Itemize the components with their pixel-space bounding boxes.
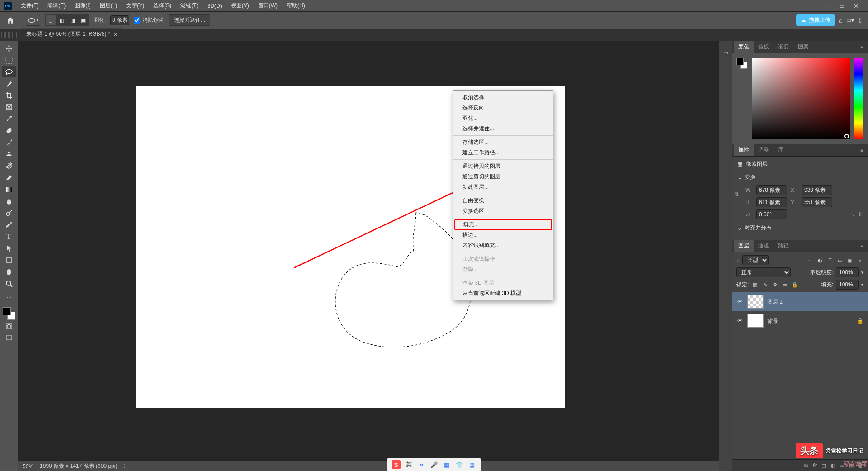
sogou-ime-icon[interactable]: S <box>392 460 401 469</box>
flip-vertical-icon[interactable]: ⥯ <box>858 211 863 218</box>
gradient-tool[interactable] <box>2 184 16 195</box>
transform-section-header[interactable]: ⌄变换 <box>737 171 863 183</box>
ctx-make-workpath[interactable]: 建立工作路径... <box>453 147 553 158</box>
workspace-switcher-icon[interactable]: ▭▾ <box>846 17 854 24</box>
zoom-level[interactable]: 50% <box>23 463 33 470</box>
layer-lock-icon[interactable]: 🔒 <box>857 318 863 324</box>
layer-mask-icon[interactable]: ◻ <box>821 462 826 469</box>
height-input[interactable] <box>756 197 787 207</box>
move-tool[interactable] <box>2 43 16 54</box>
panel-menu-button[interactable]: ≡ <box>858 243 866 249</box>
dodge-tool[interactable] <box>2 207 16 219</box>
panel-menu-button[interactable]: ≡ <box>858 147 866 153</box>
ctx-select-and-mask[interactable]: 选择并遮住... <box>453 124 553 134</box>
ctx-stroke[interactable]: 描边... <box>453 230 553 240</box>
panel-menu-button[interactable]: ≡ <box>858 44 866 50</box>
clone-stamp-tool[interactable] <box>2 148 16 160</box>
hue-slider[interactable] <box>854 58 863 139</box>
tool-preset-picker[interactable]: ▾ <box>26 15 40 26</box>
window-restore-button[interactable]: ▭ <box>837 2 846 10</box>
quick-mask-button[interactable] <box>2 320 16 332</box>
window-close-button[interactable]: ✕ <box>852 2 861 10</box>
history-panel-icon[interactable]: ▭ <box>723 50 728 56</box>
collapsed-panel-strip[interactable]: ▭ <box>719 41 732 471</box>
angle-input[interactable] <box>756 209 787 219</box>
layer-thumbnail[interactable] <box>747 314 764 328</box>
tab-patterns[interactable]: 图案 <box>793 41 813 53</box>
ctx-new-3d-from-selection[interactable]: 从当前选区新建 3D 模型 <box>453 288 553 299</box>
menu-help[interactable]: 帮助(H) <box>282 2 310 10</box>
menu-layer[interactable]: 图层(L) <box>95 2 122 10</box>
document-info[interactable]: 1890 像素 x 1417 像素 (300 ppi) <box>40 462 117 470</box>
eraser-tool[interactable] <box>2 172 16 183</box>
filter-type-icon[interactable]: T <box>826 257 834 264</box>
pen-tool[interactable] <box>2 219 16 230</box>
blend-mode-select[interactable]: 正常 <box>736 267 791 277</box>
menu-filter[interactable]: 滤镜(T) <box>176 2 203 10</box>
canvas-area[interactable]: 取消选择 选择反向 羽化... 选择并遮住... 存储选区... 建立工作路径.… <box>18 41 719 471</box>
crop-tool[interactable] <box>2 90 16 101</box>
tab-gradients[interactable]: 渐变 <box>774 41 793 53</box>
layer-row[interactable]: 👁 图层 1 <box>732 292 868 311</box>
ime-punct-icon[interactable]: •• <box>417 460 426 469</box>
layer-name[interactable]: 图层 1 <box>767 298 783 306</box>
cloud-upload-button[interactable]: ☁ 拖拽上传 <box>796 14 835 26</box>
brush-tool[interactable] <box>2 137 16 148</box>
layer-filter-select[interactable]: 类型 <box>742 255 769 265</box>
tab-properties[interactable]: 属性 <box>734 144 754 156</box>
menu-select[interactable]: 选择(S) <box>149 2 176 10</box>
ctx-feather[interactable]: 羽化... <box>453 113 553 124</box>
ime-voice-icon[interactable]: 🎤 <box>429 460 439 469</box>
layer-visibility-icon[interactable]: 👁 <box>736 299 744 305</box>
menu-view[interactable]: 视图(V) <box>226 2 254 10</box>
tab-swatches[interactable]: 色板 <box>754 41 774 53</box>
selection-add-button[interactable]: ◧ <box>57 15 66 25</box>
selection-intersect-button[interactable]: ▣ <box>78 15 88 25</box>
magic-wand-tool[interactable] <box>2 78 16 89</box>
adjustment-layer-icon[interactable]: ◐ <box>830 462 835 469</box>
foreground-color-swatch[interactable] <box>3 307 11 315</box>
ime-toolbox-icon[interactable]: ▦ <box>467 460 476 469</box>
eyedropper-tool[interactable] <box>2 113 16 124</box>
y-input[interactable] <box>802 197 832 207</box>
zoom-tool[interactable] <box>2 278 16 289</box>
tab-libraries[interactable]: 库 <box>774 144 788 156</box>
tab-layers[interactable]: 图层 <box>734 240 754 252</box>
ctx-free-transform[interactable]: 自由变换 <box>453 195 553 206</box>
filter-icon[interactable]: ⌕ <box>736 257 740 263</box>
antialias-checkbox-group[interactable]: 消除锯齿 <box>134 16 164 24</box>
hand-tool[interactable] <box>2 266 16 277</box>
ctx-fill[interactable]: 填充... <box>454 219 552 230</box>
filter-toggle-icon[interactable]: ● <box>856 257 863 264</box>
lock-all-icon[interactable]: 🔒 <box>791 281 798 288</box>
color-field[interactable] <box>752 58 850 139</box>
lock-transparency-icon[interactable]: ▩ <box>751 281 759 288</box>
frame-tool[interactable] <box>2 101 16 113</box>
spot-healing-tool[interactable] <box>2 125 16 136</box>
tab-paths[interactable]: 路径 <box>774 240 793 252</box>
menu-file[interactable]: 文件(F) <box>16 2 43 10</box>
layer-thumbnail[interactable] <box>747 295 764 309</box>
select-and-mask-button[interactable]: 选择并遮住... <box>169 14 210 26</box>
edit-toolbar-button[interactable]: ⋯ <box>2 292 16 303</box>
rectangular-marquee-tool[interactable] <box>2 54 16 66</box>
home-button[interactable] <box>5 14 16 26</box>
rectangle-tool[interactable] <box>2 254 16 266</box>
link-layers-icon[interactable]: ⧉ <box>804 462 808 469</box>
panel-drag-grip[interactable] <box>1 32 20 38</box>
filter-smart-icon[interactable]: ▣ <box>846 257 854 264</box>
selection-subtract-button[interactable]: ◨ <box>67 15 77 25</box>
history-brush-tool[interactable] <box>2 160 16 171</box>
x-input[interactable] <box>802 185 832 195</box>
ime-skin-icon[interactable]: ▦ <box>442 460 451 469</box>
tab-channels[interactable]: 通道 <box>754 240 774 252</box>
link-wh-icon[interactable]: ⧉ <box>735 191 739 197</box>
ctx-layer-via-cut[interactable]: 通过剪切的图层 <box>453 171 553 182</box>
ime-emoji-icon[interactable]: 👕 <box>455 460 464 469</box>
opacity-input[interactable] <box>836 267 859 277</box>
menu-window[interactable]: 窗口(W) <box>254 2 282 10</box>
ctx-new-layer[interactable]: 新建图层... <box>453 182 553 192</box>
tab-color[interactable]: 颜色 <box>734 41 754 53</box>
ctx-layer-via-copy[interactable]: 通过拷贝的图层 <box>453 161 553 171</box>
ctx-deselect[interactable]: 取消选择 <box>453 92 553 103</box>
